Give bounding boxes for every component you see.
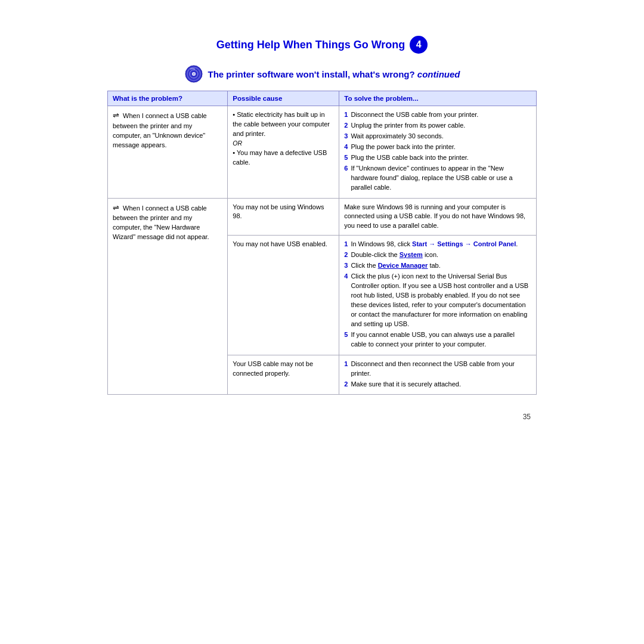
table-row: ⇌ When I connect a USB cable between the… [108,106,537,199]
page-header: Getting Help When Things Go Wrong 4 [107,36,537,54]
col-header-solution: To solve the problem... [339,91,537,106]
cause-cell: You may not have USB enabled. [228,236,339,355]
problem-cell: ⇌ When I connect a USB cable between the… [108,106,228,199]
cause-cell: Your USB cable may not be connected prop… [228,355,339,395]
table-row: ⇌ When I connect a USB cable between the… [108,198,537,236]
col-header-problem: What is the problem? [108,91,228,106]
cd-icon [184,64,203,83]
chapter-number: 4 [410,36,428,54]
solution-cell: 1Disconnect the USB cable from your prin… [339,106,537,199]
section-title: The printer software won't install, what… [208,69,460,79]
chapter-title: Getting Help When Things Go Wrong [216,39,405,51]
section-heading: The printer software won't install, what… [107,64,537,83]
solution-cell: 1In Windows 98, click Start → Settings →… [339,236,537,355]
svg-point-4 [193,73,195,75]
cause-cell: • Static electricity has built up in the… [228,106,339,199]
usb-icon-2: ⇌ [113,203,119,214]
page-number: 35 [107,413,537,421]
cause-cell: You may not be using Windows 98. [228,198,339,236]
help-table: What is the problem? Possible cause To s… [107,91,537,395]
solution-cell: Make sure Windows 98 is running and your… [339,198,537,236]
problem-cell: ⇌ When I connect a USB cable between the… [108,198,228,395]
solution-cell: 1Disconnect and then reconnect the USB c… [339,355,537,395]
usb-icon: ⇌ [113,110,119,122]
col-header-cause: Possible cause [228,91,339,106]
